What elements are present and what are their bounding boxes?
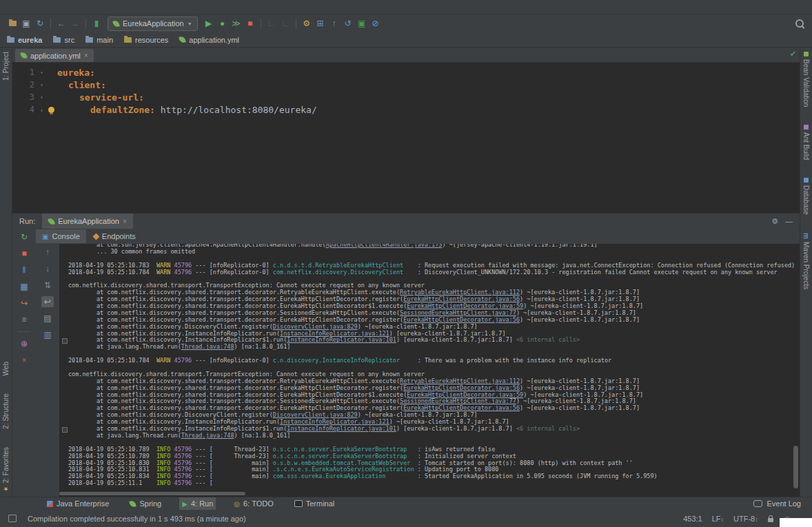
fold-icon[interactable]: ▾ bbox=[38, 70, 45, 76]
green-tool-icon[interactable]: ▣ bbox=[355, 17, 369, 30]
tool-button-java-enterprise[interactable]: Java Enterprise bbox=[44, 497, 112, 510]
tool-button-database[interactable]: Database bbox=[802, 178, 810, 215]
exit-icon[interactable]: ↪ bbox=[18, 298, 30, 309]
fold-icon[interactable]: ▾ bbox=[38, 82, 45, 88]
run-tab-eureka-application[interactable]: EurekaApplication × bbox=[42, 214, 133, 229]
horizontal-scrollbar[interactable] bbox=[59, 492, 245, 495]
restore-layout-icon[interactable]: ▦ bbox=[18, 281, 30, 292]
close-icon[interactable]: × bbox=[123, 218, 127, 225]
gutter-annotation bbox=[45, 107, 57, 113]
stack-trace-link[interactable]: EurekaHttpClientDecorator.java:56 bbox=[403, 296, 520, 302]
build-project-icon[interactable]: ▮ bbox=[90, 17, 103, 30]
back-icon[interactable]: ← bbox=[54, 17, 68, 30]
fold-icon[interactable]: ▴ bbox=[38, 107, 45, 113]
save-all-icon[interactable]: ▣ bbox=[19, 17, 33, 30]
tool-button-ant-build[interactable]: Ant Build bbox=[802, 125, 810, 160]
clear-console-icon[interactable]: ▥ bbox=[41, 329, 54, 340]
tab-console[interactable]: ▣ Console bbox=[36, 229, 86, 243]
print-icon[interactable]: ▤ bbox=[41, 313, 54, 324]
tool-button-project[interactable]: 1: Project bbox=[2, 52, 10, 81]
tool-button-spring[interactable]: Spring bbox=[127, 497, 164, 510]
editor: application.yml × ✔ 1▾eureka:2▾client:3▾… bbox=[12, 48, 800, 213]
stack-trace-link[interactable]: EurekaHttpClientDecorator.java:56 bbox=[403, 404, 520, 411]
tool-button-maven[interactable]: mMaven Projects bbox=[802, 233, 810, 289]
stack-trace-link[interactable]: InstanceInfoReplicator.java:121 bbox=[280, 330, 389, 337]
stack-trace-link[interactable]: InstanceInfoReplicator.java:101 bbox=[287, 425, 396, 432]
stack-trace-link[interactable]: ApacheHttpClient4Handler.java:173 bbox=[326, 244, 443, 248]
stack-trace-link[interactable]: EurekaHttpClientDecorator.java:56 bbox=[403, 316, 520, 323]
caret-position[interactable]: 453:1 bbox=[683, 515, 702, 523]
tool-button-web[interactable]: Web bbox=[2, 362, 10, 375]
run-config-dropdown[interactable]: EurekaApplication ▼ bbox=[108, 17, 198, 31]
search-everywhere-icon[interactable] bbox=[793, 17, 806, 30]
pause-output-icon[interactable]: ‖ bbox=[18, 265, 30, 276]
quickfix-bulb-icon[interactable] bbox=[48, 107, 54, 113]
close-panel-icon[interactable]: × bbox=[18, 355, 30, 366]
stop-button[interactable]: ■ bbox=[243, 17, 257, 30]
pin-tab-icon[interactable]: ⊕ bbox=[18, 338, 30, 349]
stop-icon[interactable]: ■ bbox=[18, 248, 30, 259]
tool-button-favorites[interactable]: ★2: Favorites bbox=[2, 447, 10, 493]
readonly-lock-icon[interactable] bbox=[768, 518, 773, 522]
run-button[interactable]: ▶ bbox=[202, 17, 216, 30]
stack-trace-link[interactable]: RetryableEurekaHttpClient.java:112 bbox=[400, 378, 520, 384]
sync-icon[interactable]: ↻ bbox=[33, 17, 47, 30]
stack-trace-link[interactable]: DiscoveryClient.java:829 bbox=[273, 411, 358, 418]
event-log-button[interactable]: Event Log bbox=[751, 497, 804, 510]
breadcrumb-item-project[interactable]: eureka bbox=[7, 36, 42, 44]
tool-button-run[interactable]: ▶4: Run bbox=[179, 497, 216, 510]
update-icon[interactable]: ↑ bbox=[327, 17, 341, 30]
scroll-to-end-icon[interactable]: ⇅ bbox=[41, 280, 54, 291]
toggle-tool-windows-icon[interactable] bbox=[8, 515, 17, 522]
stack-trace-link[interactable]: SessionedEurekaHttpClient.java:77 bbox=[400, 397, 516, 404]
inspection-ok-icon[interactable]: ✔ bbox=[790, 50, 796, 59]
scroll-up-icon[interactable]: ↑ bbox=[41, 247, 54, 258]
breadcrumb-item-file[interactable]: application.yml bbox=[179, 36, 239, 44]
open-folder-icon[interactable] bbox=[6, 17, 19, 30]
stack-trace-link[interactable]: EurekaHttpClientDecorator.java:59 bbox=[407, 391, 523, 398]
run-with-coverage-button[interactable]: ≫ bbox=[230, 17, 243, 30]
stack-trace-link[interactable]: Thread.java:748 bbox=[181, 432, 234, 439]
tab-application-yml[interactable]: application.yml × bbox=[15, 49, 94, 62]
toolbar-separator bbox=[85, 19, 86, 29]
gear-icon[interactable]: ⚙ bbox=[771, 217, 778, 226]
stack-trace-link[interactable]: InstanceInfoReplicator.java:121 bbox=[280, 418, 389, 425]
breadcrumb-item-src[interactable]: src bbox=[53, 36, 74, 44]
close-icon[interactable]: × bbox=[84, 52, 88, 59]
fold-icon[interactable]: ▾ bbox=[38, 94, 45, 101]
yaml-key: client: bbox=[68, 80, 106, 90]
tab-endpoints[interactable]: Endpoints bbox=[88, 229, 142, 243]
project-structure-icon[interactable]: ⊞ bbox=[314, 17, 327, 30]
run-settings-icon[interactable]: ≡ bbox=[18, 314, 30, 325]
breadcrumb-item-resources[interactable]: resources bbox=[124, 36, 168, 44]
fold-expander-icon[interactable] bbox=[62, 427, 68, 433]
stack-trace-link[interactable]: InstanceInfoReplicator.java:101 bbox=[287, 336, 396, 343]
encoding-selector[interactable]: UTF-8↕ bbox=[733, 515, 758, 523]
tool-button-todo[interactable]: ◎6: TODO bbox=[231, 497, 276, 510]
rerun-icon[interactable]: ↻ bbox=[18, 231, 30, 242]
stack-trace-link[interactable]: DiscoveryClient.java:829 bbox=[273, 323, 358, 330]
fold-expander-icon[interactable] bbox=[62, 338, 68, 344]
scroll-down-icon[interactable]: ↓ bbox=[41, 263, 54, 274]
code-area[interactable]: 1▾eureka:2▾client:3▾service-url:4▴defaul… bbox=[12, 63, 800, 213]
stack-trace-link[interactable]: RetryableEurekaHttpClient.java:112 bbox=[400, 289, 520, 296]
vertical-scrollbar[interactable] bbox=[793, 446, 798, 488]
forward-icon[interactable]: → bbox=[68, 17, 82, 30]
console-output[interactable]: at com.sun.jersey.client.apache4.ApacheH… bbox=[59, 244, 800, 497]
tool-button-bean-validation[interactable]: Bean Validation bbox=[802, 52, 810, 107]
debug-button[interactable]: ● bbox=[216, 17, 230, 30]
settings-icon[interactable]: ⚙ bbox=[300, 17, 314, 30]
tool-button-structure[interactable]: 2: Structure bbox=[2, 393, 10, 429]
power-save-icon[interactable]: ⊘ bbox=[369, 17, 383, 30]
tool-button-terminal[interactable]: Terminal bbox=[292, 497, 338, 510]
stack-trace-link[interactable]: EurekaHttpClientDecorator.java:59 bbox=[407, 302, 523, 309]
stack-trace-link[interactable]: Thread.java:748 bbox=[181, 343, 234, 350]
todo-icon: ◎ bbox=[234, 500, 240, 508]
soft-wrap-icon[interactable]: ↩ bbox=[41, 296, 54, 307]
line-ending-selector[interactable]: LF↕ bbox=[712, 515, 724, 523]
hide-panel-icon[interactable]: — bbox=[785, 217, 793, 225]
sync-settings-icon[interactable]: ↺ bbox=[341, 17, 355, 30]
stack-trace-link[interactable]: SessionedEurekaHttpClient.java:77 bbox=[400, 309, 516, 316]
breadcrumb-item-main[interactable]: main bbox=[85, 36, 113, 44]
stack-trace-link[interactable]: EurekaHttpClientDecorator.java:56 bbox=[403, 384, 520, 391]
